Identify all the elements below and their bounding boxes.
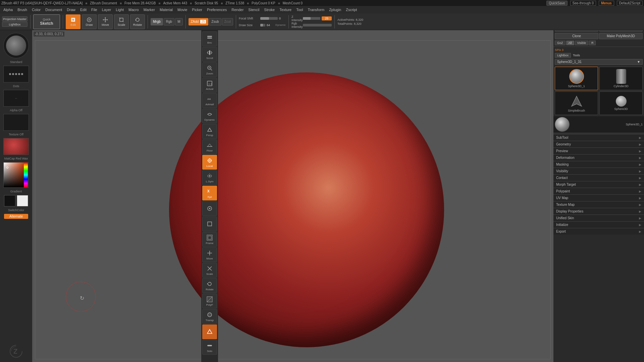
polypaint-section[interactable]: Polypaint ▶ [553,188,644,194]
menu-material[interactable]: Material [158,7,175,12]
xyz-icon-btn[interactable]: X Xyz [202,186,217,200]
zsub-btn[interactable]: Zsub [209,18,221,25]
alternate-btn[interactable]: Alternate [4,214,28,219]
masking-section[interactable]: Masking ▶ [553,161,644,168]
menus-label[interactable]: Menus [599,1,614,6]
move-btn[interactable]: Move [98,14,113,29]
quick-sketch-btn[interactable]: Quick Sketch [33,14,60,29]
lightbox-btn[interactable]: LightBox [2,22,28,27]
dots-preview[interactable] [3,66,29,82]
swatch-black[interactable] [4,195,15,206]
actual-icon-btn[interactable]: 1:1 Actual [202,78,217,93]
menu-stencil[interactable]: Stencil [246,7,261,12]
bric-icon-btn[interactable]: Bric [202,32,217,46]
scroll-icon-btn[interactable]: Scroll [202,47,217,62]
menu-picker[interactable]: Picker [190,7,204,12]
menu-brush[interactable]: Brush [15,7,29,12]
visible-btn[interactable]: Visible [575,41,588,45]
mesh-item-sphere3d[interactable]: Sphere3D [599,92,643,115]
contact-section[interactable]: Contact ▶ [553,174,644,181]
rotate-side-icon-btn[interactable]: Rotate [202,278,217,293]
menu-light[interactable]: Light [114,7,126,12]
snap2-icon-btn[interactable] [202,217,217,231]
morph-target-section[interactable]: Morph Target ▶ [553,181,644,188]
draw-btn[interactable]: Draw [82,14,97,29]
menu-tool[interactable]: Tool [294,7,305,12]
lightbox-label[interactable]: Lightbox [555,53,571,58]
dynamic-icon-btn[interactable]: Dynamic [202,109,217,123]
preview-section[interactable]: Preview ▶ [553,147,644,154]
color-hue-bar[interactable] [24,163,28,187]
matcap-preview[interactable] [3,138,29,155]
make-polymesh3d-btn[interactable]: Make PolyMesh3D [599,33,643,39]
deformation-section[interactable]: Deformation ▶ [553,154,644,161]
dynamic2-icon-btn[interactable] [202,324,217,339]
focal-shift-slider[interactable] [260,17,278,20]
display-props-section[interactable]: Display Properties ▶ [553,208,644,215]
canvas-area[interactable]: -0.33, 0.003, 0.271 ↻ [32,30,553,362]
menu-layer[interactable]: Layer [100,7,113,12]
rotate-btn[interactable]: Rotate [130,14,145,29]
menu-stroke[interactable]: Stroke [262,7,277,12]
sphere3d1-sub-preview[interactable] [555,117,570,132]
menu-alpha[interactable]: Alpha [1,7,15,12]
quick-save-btn[interactable]: QuickSave [546,1,567,6]
subtool-section[interactable]: SubTool ▶ [553,134,644,141]
all-btn[interactable]: All [566,41,574,45]
menu-document[interactable]: Document [43,7,64,12]
default-zscript-label[interactable]: DefaultZScript [617,1,643,6]
unified-skin-section[interactable]: Unified Skin ▶ [553,215,644,221]
mesh-selector[interactable]: Sphere3D_1_31 ▼ [555,59,643,65]
linefill-icon-btn[interactable]: PolyF [202,294,217,308]
draw-size-slider[interactable] [260,24,265,26]
menu-transform[interactable]: Transform [306,7,326,12]
mesh-item-sphere3d1[interactable]: Sphere3D_1 [555,67,598,90]
solo-icon-btn[interactable]: Solo [202,340,217,355]
goz-btn[interactable]: GoZ [555,41,566,45]
r-btn[interactable]: R [589,41,596,45]
uv-map-section[interactable]: UV Map ▶ [553,194,644,201]
menu-file[interactable]: File [89,7,99,12]
floor-icon-btn[interactable]: Floor [202,139,217,154]
mrgb-btn[interactable]: Mrgb [151,18,163,25]
menu-movie[interactable]: Movie [175,7,189,12]
menu-marker[interactable]: Marker [142,7,157,12]
menu-edit[interactable]: Edit [78,7,89,12]
visibility-section[interactable]: Visibility ▶ [553,168,644,174]
transp-icon-btn[interactable]: Transp [202,309,217,324]
texture-map-section[interactable]: Texture Map ▶ [553,201,644,208]
menu-draw[interactable]: Draw [65,7,77,12]
menu-preferences[interactable]: Preferences [205,7,229,12]
alpha-preview[interactable]: -- [3,90,29,107]
brush-preview[interactable] [3,33,29,58]
zoom-icon-btn[interactable]: Zoom [202,62,217,77]
move-side-icon-btn[interactable]: Move [202,247,217,262]
export-section[interactable]: Export ▶ [553,228,644,235]
projection-master-btn[interactable]: Projection Master [2,16,28,21]
lsym-icon-btn[interactable]: L.Sym [202,170,217,185]
local-icon-btn[interactable]: Local [202,155,217,170]
z-intensity-slider[interactable] [303,17,320,20]
edit-btn[interactable]: Edit [66,14,80,29]
geometry-section[interactable]: Geometry ▶ [553,141,644,147]
clone-btn[interactable]: Clone [555,33,598,39]
m-btn[interactable]: M [175,18,182,25]
frame-icon-btn[interactable]: Frame [202,232,217,247]
zadd-btn[interactable]: ZAdd 25 [189,18,209,25]
initialize-section[interactable]: Initialize ▶ [553,221,644,228]
canvas-bg[interactable]: -0.33, 0.003, 0.271 ↻ [32,30,553,362]
scale-side-icon-btn[interactable]: Scale [202,263,217,278]
mesh-item-cylinder3d[interactable]: Cylinder3D [599,67,643,90]
menu-zplugin[interactable]: Zplugin [327,7,343,12]
snap1-icon-btn[interactable] [202,201,217,216]
rgb-btn[interactable]: Rgb [164,18,174,25]
menu-color[interactable]: Color [30,7,43,12]
aahalf-icon-btn[interactable]: AA AAHalf [202,93,217,108]
rgb-intensity-slider[interactable] [303,24,332,26]
persp-icon-btn[interactable]: Persp [202,124,217,139]
menu-macro[interactable]: Macro [126,7,141,12]
scale-btn[interactable]: Scale [114,14,129,29]
menu-texture[interactable]: Texture [277,7,293,12]
color-picker[interactable] [3,162,29,188]
mesh-item-simplebrush[interactable]: SimpleBrush [555,92,598,115]
